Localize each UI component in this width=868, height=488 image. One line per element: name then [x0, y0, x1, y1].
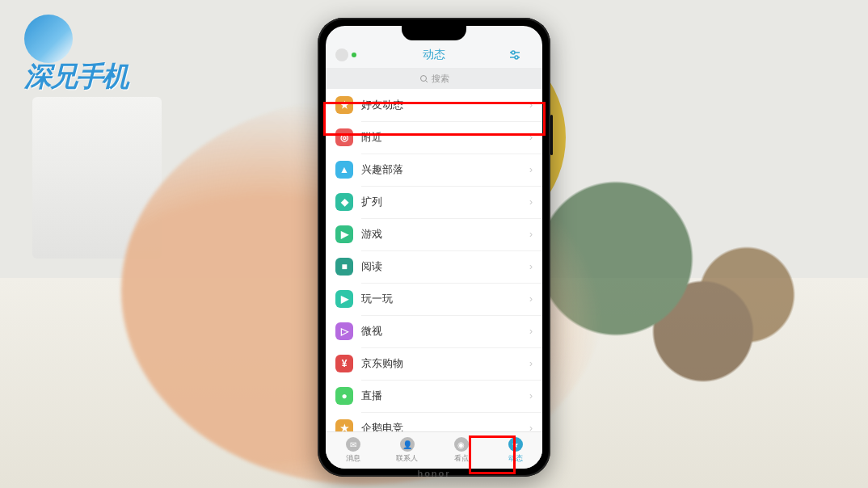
chevron-right-icon: › [529, 196, 533, 208]
menu-row-label: 直播 [361, 389, 529, 403]
tab-label: 动态 [508, 453, 523, 464]
menu-row-icon: ■ [335, 258, 353, 276]
search-bar[interactable]: 搜索 [326, 68, 542, 89]
menu-row-icon: ▷ [335, 322, 353, 340]
tab-icon: ◉ [454, 437, 469, 452]
phone-device: 动态 搜索 ★好友动态›◎附近›▲兴趣部落›◆扩列›▶游戏›■阅读›▶玩一玩›▷… [318, 18, 550, 477]
header-avatar-button[interactable] [335, 48, 360, 61]
chevron-right-icon: › [529, 326, 533, 337]
chevron-right-icon: › [529, 229, 533, 240]
menu-list: ★好友动态›◎附近›▲兴趣部落›◆扩列›▶游戏›■阅读›▶玩一玩›▷微视›¥京东… [326, 89, 542, 431]
menu-row-7[interactable]: ▷微视› [326, 315, 542, 347]
tab-2[interactable]: ◉看点 [434, 432, 488, 469]
menu-row-label: 阅读 [361, 259, 529, 274]
watermark-logo-icon [24, 15, 73, 63]
tab-icon: ✉ [346, 437, 360, 452]
menu-row-label: 游戏 [361, 227, 529, 242]
chevron-right-icon: › [529, 293, 533, 305]
svg-point-4 [420, 75, 426, 81]
menu-row-icon: ◆ [335, 193, 353, 211]
menu-row-4[interactable]: ▶游戏› [326, 218, 542, 250]
menu-row-0[interactable]: ★好友动态› [326, 89, 542, 121]
chevron-right-icon: › [529, 132, 533, 143]
menu-row-icon: ▶ [335, 290, 353, 308]
tab-label: 消息 [346, 453, 360, 464]
online-status-icon [352, 53, 356, 57]
tab-label: 联系人 [396, 453, 418, 464]
svg-line-5 [425, 80, 428, 82]
menu-row-icon: ★ [335, 96, 353, 114]
sliders-icon [508, 48, 533, 61]
menu-row-icon: ★ [335, 419, 353, 431]
menu-row-10[interactable]: ★企鹅电竞› [326, 412, 542, 431]
svg-point-3 [515, 56, 518, 59]
menu-row-label: 好友动态 [361, 98, 529, 112]
tab-3[interactable]: ★动态 [488, 432, 542, 469]
menu-row-label: 附近 [361, 130, 529, 145]
menu-row-2[interactable]: ▲兴趣部落› [326, 154, 542, 186]
menu-row-label: 兴趣部落 [361, 162, 529, 177]
tab-label: 看点 [454, 453, 469, 464]
menu-row-label: 企鹅电竞 [361, 421, 529, 431]
tab-1[interactable]: 👤联系人 [380, 432, 434, 469]
menu-row-icon: ● [335, 387, 353, 405]
tab-icon: 👤 [400, 437, 415, 452]
menu-row-label: 玩一玩 [361, 292, 529, 306]
chevron-right-icon: › [529, 390, 533, 402]
menu-row-6[interactable]: ▶玩一玩› [326, 283, 542, 315]
tab-0[interactable]: ✉消息 [326, 432, 380, 469]
menu-row-8[interactable]: ¥京东购物› [326, 347, 542, 380]
watermark-text: 深兄手机 [24, 61, 128, 91]
menu-row-icon: ¥ [335, 355, 353, 372]
phone-notch [402, 26, 466, 40]
menu-row-label: 微视 [361, 324, 529, 339]
svg-point-1 [512, 51, 515, 54]
phone-side-button [550, 115, 553, 155]
menu-row-9[interactable]: ●直播› [326, 380, 542, 412]
watermark: 深兄手机 [24, 15, 128, 95]
app-header: 动态 [326, 42, 542, 68]
menu-row-icon: ▲ [335, 161, 353, 179]
chevron-right-icon: › [529, 99, 533, 111]
phone-brand-label: honor [417, 469, 450, 478]
header-settings-button[interactable] [508, 48, 533, 61]
menu-row-icon: ◎ [335, 128, 353, 146]
chevron-right-icon: › [529, 423, 533, 431]
header-title: 动态 [360, 48, 508, 62]
menu-row-label: 京东购物 [361, 356, 529, 371]
menu-row-3[interactable]: ◆扩列› [326, 186, 542, 218]
chevron-right-icon: › [529, 358, 533, 369]
menu-row-icon: ▶ [335, 225, 353, 243]
search-placeholder: 搜索 [432, 73, 449, 85]
chevron-right-icon: › [529, 261, 533, 272]
phone-screen: 动态 搜索 ★好友动态›◎附近›▲兴趣部落›◆扩列›▶游戏›■阅读›▶玩一玩›▷… [326, 26, 542, 469]
chevron-right-icon: › [529, 164, 533, 175]
menu-row-label: 扩列 [361, 195, 529, 209]
menu-row-1[interactable]: ◎附近› [326, 121, 542, 154]
search-icon [419, 74, 428, 83]
menu-row-5[interactable]: ■阅读› [326, 250, 542, 283]
tab-icon: ★ [508, 437, 523, 452]
avatar-icon [335, 48, 348, 61]
tab-bar: ✉消息👤联系人◉看点★动态 [326, 431, 542, 469]
